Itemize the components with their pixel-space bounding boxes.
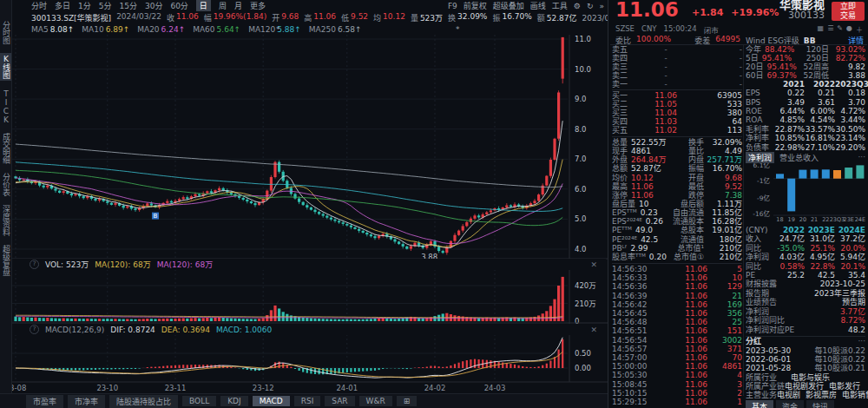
bid-row: 买二11.05533 <box>612 100 742 109</box>
indicator-tab-BOLL[interactable]: BOLL <box>182 396 216 406</box>
currency-label: CNY <box>641 24 657 35</box>
dot-icon[interactable]: ● <box>846 24 852 34</box>
dividend-row: 2023-05-30每10股派0.22 <box>746 346 865 355</box>
indicator-tab-陆股通持股占比[interactable]: 陆股通持股占比 <box>109 395 178 408</box>
quote-stat-row: 涨停11.06跌停7.38 <box>612 191 742 200</box>
dif-value: 0.8724 <box>128 326 155 334</box>
quote-stat-row: 总量522.55万换手32.09% <box>612 138 742 147</box>
list-icon[interactable]: ☰ <box>827 24 833 34</box>
indicator-tab-市净率[interactable]: 市净率 <box>68 395 105 408</box>
chevrons-icon[interactable]: » <box>599 2 604 10</box>
svg-text:420万: 420万 <box>575 281 596 290</box>
fin-table-row: EPS0.220.210.18 <box>746 89 865 97</box>
more-icon[interactable]: ··· <box>858 153 865 161</box>
ask-row: 卖三-- <box>612 63 742 71</box>
period-tab-周[interactable]: 周 <box>219 0 227 11</box>
period-tab-60分[interactable]: 60分 <box>170 0 187 11</box>
period-tab-5分[interactable]: 5分 <box>99 0 112 11</box>
tool-超级叠加[interactable]: 超级叠加 <box>493 0 524 11</box>
fin-table-row: 负债率22.98%27.10%29.20% <box>746 142 865 151</box>
quote-stat-row: 最高11.06最低9.52 <box>612 182 742 191</box>
indicator-tab-MACD[interactable]: MACD <box>253 396 290 406</box>
quote-stat-row: 股息率ᵀᵀᴹ0.20总市值①210亿 <box>612 253 742 261</box>
tick-row: 14:56:4811.0625 <box>612 318 742 326</box>
kline-chart[interactable]: 11.010.09.08.07.06.05.04.023-0823-1023-1… <box>12 35 608 393</box>
sidebar-item-深度资料[interactable]: 深度资料 <box>0 205 11 236</box>
period-tab-15分[interactable]: 15分 <box>120 0 137 11</box>
tool-前复权[interactable]: 前复权 <box>464 0 487 11</box>
period-tab-日[interactable]: 日 <box>196 0 211 11</box>
indicator-tab-WR[interactable]: W&R <box>359 396 392 406</box>
indicator-tab-市盈率[interactable]: 市盈率 <box>26 395 63 408</box>
trade-now-button[interactable]: 立即 交易 <box>832 2 865 21</box>
estimates-row: 同比-35.0%25.1%20.0% <box>746 244 865 253</box>
rp-tab-快讯[interactable]: 快讯 <box>806 400 834 408</box>
company-info-value[interactable]: 电影销售 <box>842 391 868 399</box>
period-tab-分时[interactable]: 分时 <box>31 0 47 11</box>
rp-tab-基本[interactable]: 基本 <box>746 400 773 408</box>
sidebar-item-成交明细[interactable]: 成交明细 <box>0 133 11 164</box>
help-icon[interactable]: ? <box>30 325 39 334</box>
estimates-row: PE25.242.535.4 <box>746 271 865 280</box>
vol-ma1-value: 68万 <box>133 260 150 269</box>
close-icon[interactable]: ✕ <box>590 260 606 269</box>
sidebar-item-K线图[interactable]: K线图 <box>0 53 11 81</box>
close-icon[interactable]: ✕ <box>590 326 606 334</box>
company-info-value[interactable]: 电影发行 <box>829 382 860 391</box>
period-tab-多日[interactable]: 多日 <box>55 0 70 11</box>
indicator-tab-KDJ[interactable]: KDJ <box>220 396 248 406</box>
svg-text:7.0: 7.0 <box>575 155 587 163</box>
more-icon[interactable]: ··· <box>858 337 865 345</box>
tab-net-profit[interactable]: 净利润 <box>746 152 774 163</box>
indicator-tab-⊞[interactable]: ⊞ <box>397 396 418 406</box>
period-tab-1分[interactable]: 1分 <box>78 0 91 11</box>
fundamental-panel: 今年88.42%120日93.02%5日95.41%250日82.72%20日9… <box>746 45 865 408</box>
sidebar-item-分时图[interactable]: 分时图 <box>0 21 11 44</box>
dif-label: DIF: <box>110 326 125 334</box>
sidebar-item-超级复盘[interactable]: 超级复盘 <box>0 245 11 276</box>
fin-table-row: ROE6.44%6.00%4.72% <box>746 107 865 115</box>
plus-icon[interactable]: ＋ <box>856 24 863 34</box>
estimates-header: (CNY)20222023E2024E <box>746 226 865 235</box>
tick-row: 14:56:5111.06151 <box>612 326 742 335</box>
gear-icon[interactable]: ⚙ <box>574 2 581 10</box>
tool-工具[interactable]: 工具 <box>552 0 568 11</box>
ma-legend-item: MA58.08↑ <box>31 25 74 34</box>
ma-legend-item: MA2506.58↑ <box>309 25 362 34</box>
tool-F9[interactable]: F9 <box>448 2 457 10</box>
period-tab-月[interactable]: 月 <box>234 0 242 11</box>
rp-tab-资金[interactable]: 资金 <box>776 400 804 408</box>
tool-画线[interactable]: 画线 <box>530 0 546 11</box>
quote-info-bar: 300133.SZ[华策影视]2024/03/22收11.06幅19.96%(1… <box>12 11 608 23</box>
company-info-value[interactable]: 影视票房 <box>806 391 837 399</box>
price-change-pct: +19.96% <box>731 7 779 18</box>
esg-rating: BB <box>804 36 816 45</box>
sidebar-item-分价表[interactable]: 分价表 <box>0 173 11 196</box>
company-info-value[interactable]: 电视剧发行 <box>785 382 824 391</box>
estimates-row: 净利润4.03亿4.95亿5.94亿 <box>746 253 865 261</box>
market-state: 闭市 <box>704 24 719 35</box>
company-info-value[interactable]: 电影与娱乐 <box>791 373 830 382</box>
sidebar-item-TICK[interactable]: TICK <box>0 89 11 124</box>
svg-text:24E: 24E <box>855 216 865 223</box>
history-icon[interactable]: ↻ <box>587 2 594 10</box>
range-stat-row: 20日95.41%52周高9.82 <box>746 63 865 71</box>
svg-text:24-01: 24-01 <box>336 384 358 392</box>
macd-pane-header: ? MACD(12,26,9) DIF: 0.8724 DEA: 0.3694 … <box>12 324 606 335</box>
report-row: 净利润同比8.72% <box>746 316 865 326</box>
company-info-row: 所属产业链电视剧发行电影发行 <box>746 382 865 391</box>
period-tab-更多[interactable]: 更多 <box>250 0 266 11</box>
period-tab-30分[interactable]: 30分 <box>145 0 162 11</box>
svg-text:0.00: 0.00 <box>575 364 591 372</box>
tab-revenue[interactable]: 营业总收入 <box>779 152 819 163</box>
last-price: 11.06 <box>615 0 679 21</box>
dividend-row: 2022-06-01每10股派0.22 <box>746 355 865 364</box>
indicator-tab-SAR[interactable]: SAR <box>325 396 354 406</box>
svg-text:23-12: 23-12 <box>253 384 274 392</box>
company-info-value[interactable]: 电视剧 <box>777 391 800 399</box>
grid-icon[interactable]: ▦ <box>818 24 825 34</box>
help-icon[interactable]: ? <box>30 260 39 269</box>
indicator-tab-RSI[interactable]: RSI <box>294 396 321 406</box>
pencil-icon[interactable]: ✎ <box>837 24 843 34</box>
tick-row: 14:56:5411.063002 <box>612 335 742 344</box>
